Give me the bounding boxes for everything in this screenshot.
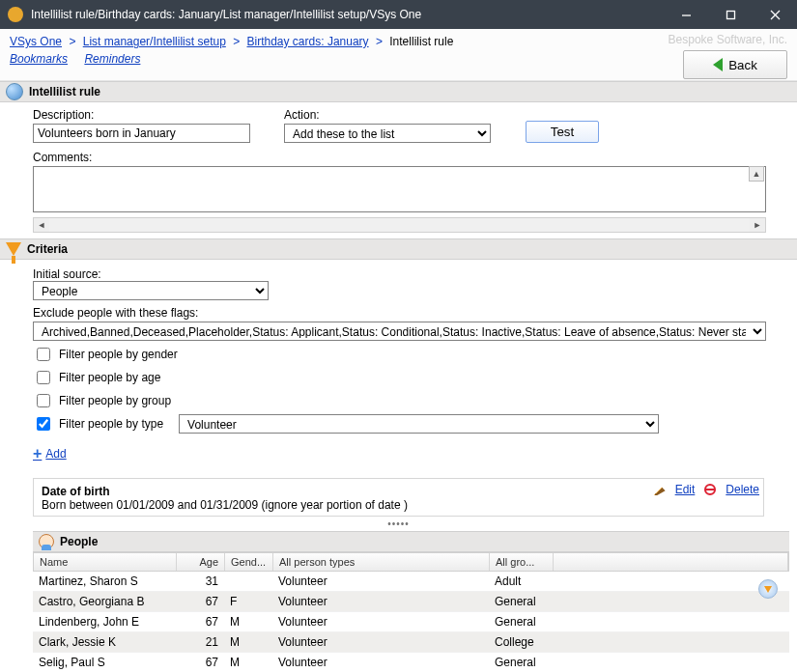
window-title: Intellilist rule/Birthday cards: January… [31,8,664,21]
delete-link[interactable]: Delete [726,483,759,496]
table-row[interactable]: Selig, Paul S67MVolunteerGeneral [33,653,789,672]
back-button-label: Back [728,58,757,72]
section-criteria: Criteria [0,238,797,260]
exclude-flags-select[interactable]: Archived,Banned,Deceased,Placeholder,Sta… [33,322,766,341]
maximize-button[interactable] [708,0,753,29]
scroll-right-button[interactable]: ► [750,218,765,232]
table-row[interactable]: Clark, Jessie K21MVolunteerCollege [33,632,789,653]
breadcrumb-link-2[interactable]: Birthday cards: January [247,35,369,48]
header: VSys One > List manager/Intellilist setu… [0,29,797,81]
exclude-flags-label: Exclude people with these flags: [33,306,764,320]
test-button[interactable]: Test [526,121,599,143]
funnel-icon [6,242,21,256]
plus-icon: + [33,445,42,462]
breadcrumb-current: Intellilist rule [389,35,453,48]
cell-type: Volunteer [272,656,489,669]
app-icon [8,7,23,22]
cell-age: 67 [176,595,224,608]
filter-type-label: Filter people by type [59,417,163,431]
breadcrumb-link-0[interactable]: VSys One [10,35,62,48]
cell-group: College [489,635,553,649]
initial-source-label: Initial source: [33,267,101,281]
table-filter-button[interactable] [758,579,778,599]
filter-type-checkbox[interactable] [37,417,50,431]
table-row[interactable]: Lindenberg, John E67MVolunteerGeneral [33,612,789,632]
add-filter-label: Add [45,447,66,461]
filter-age-row: Filter people by age [33,368,764,387]
filter-age-label: Filter people by age [59,371,160,384]
cell-type: Volunteer [272,615,489,629]
dob-title: Date of birth [42,485,755,498]
vendor-label: Bespoke Software, Inc. [669,33,787,46]
person-icon [39,534,54,549]
section-title-people: People [60,535,98,548]
delete-icon [704,484,716,495]
reminders-link[interactable]: Reminders [84,52,140,66]
filter-type-select[interactable]: Volunteer [179,414,659,434]
dob-text: Born between 01/01/2009 and 01/31/2009 (… [42,498,755,512]
cell-name: Clark, Jessie K [33,635,176,649]
cell-type: Volunteer [272,635,489,649]
initial-source-select[interactable]: People [33,281,269,300]
scroll-up-button[interactable]: ▲ [749,166,764,182]
splitter-handle[interactable]: ••••• [0,518,797,529]
col-group[interactable]: All gro... [490,553,554,571]
cell-name: Castro, Georgiana B [33,595,176,608]
section-title-criteria: Criteria [27,242,68,256]
header-links: Bookmarks Reminders [0,50,797,68]
col-gender[interactable]: Gend... [225,553,273,571]
filter-group-row: Filter people by group [33,391,764,410]
bookmarks-link[interactable]: Bookmarks [10,52,68,66]
cell-type: Volunteer [272,574,489,588]
funnel-icon [764,586,772,593]
comments-textarea[interactable] [33,166,766,212]
col-type[interactable]: All person types [273,553,490,571]
cell-gender: M [224,615,272,629]
scroll-left-button[interactable]: ◄ [34,218,49,232]
people-table-header: Name Age Gend... All person types All gr… [33,552,789,572]
section-intellilist-rule: Intellilist rule [0,81,797,102]
back-button[interactable]: Back [683,50,787,79]
action-select[interactable]: Add these to the list [284,124,491,143]
filter-gender-label: Filter people by gender [59,348,178,361]
table-row[interactable]: Castro, Georgiana B67FVolunteerGeneral [33,592,789,612]
section-people: People [33,531,789,552]
description-input[interactable] [33,124,250,143]
add-filter-link[interactable]: + Add [33,445,67,462]
svg-rect-1 [726,11,734,18]
cell-gender: M [224,656,272,669]
edit-link[interactable]: Edit [675,483,696,496]
cell-age: 67 [176,656,224,669]
section-title: Intellilist rule [29,85,100,98]
window-titlebar: Intellilist rule/Birthday cards: January… [0,0,797,29]
action-label: Action: [284,108,497,122]
cell-age: 31 [176,574,224,588]
cell-group: Adult [489,574,553,588]
cell-age: 67 [176,615,224,629]
cell-gender: M [224,635,272,649]
edit-icon [654,484,666,495]
comments-hscrollbar[interactable]: ◄ ► [33,217,766,233]
cell-name: Lindenberg, John E [33,615,176,629]
col-name[interactable]: Name [34,553,177,571]
cell-type: Volunteer [272,595,489,608]
close-button[interactable] [753,0,797,29]
cell-name: Martinez, Sharon S [33,574,176,588]
filter-group-checkbox[interactable] [37,394,50,407]
description-label: Description: [33,108,255,122]
filter-type-row: Filter people by type Volunteer [33,414,764,434]
filter-group-label: Filter people by group [59,394,171,407]
back-arrow-icon [713,58,723,71]
col-age[interactable]: Age [177,553,225,571]
filter-age-checkbox[interactable] [37,371,50,384]
people-table-body: Martinez, Sharon S31VolunteerAdultCastro… [33,572,789,672]
cell-group: General [489,656,553,669]
cell-group: General [489,595,553,608]
breadcrumb-link-1[interactable]: List manager/Intellilist setup [83,35,226,48]
minimize-button[interactable] [664,0,708,29]
cell-gender: F [224,595,272,608]
filter-gender-checkbox[interactable] [37,348,50,361]
table-row[interactable]: Martinez, Sharon S31VolunteerAdult [33,572,789,592]
col-spacer [554,553,788,571]
comments-label: Comments: [33,151,92,164]
